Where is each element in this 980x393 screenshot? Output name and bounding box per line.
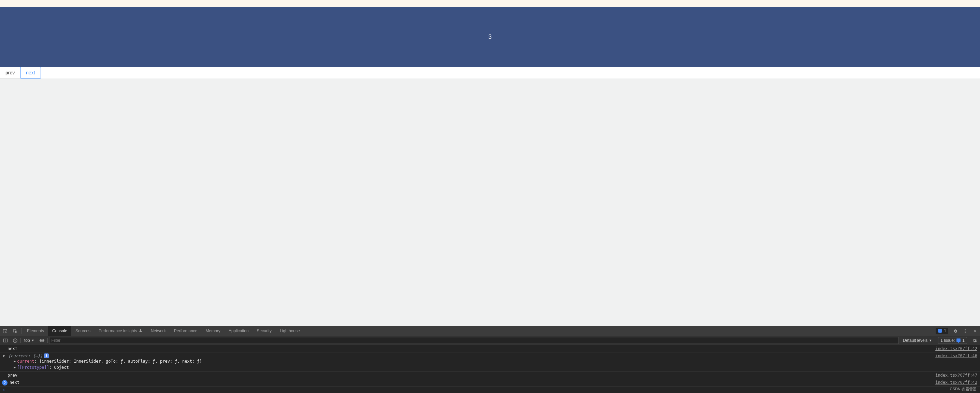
flask-icon: [138, 329, 143, 334]
divider: [21, 328, 22, 334]
tab-performance[interactable]: Performance: [170, 326, 202, 336]
svg-point-2: [965, 332, 966, 333]
console-output: next index.tsx?07ff:42 ▼ {current: {…}} …: [0, 345, 980, 393]
page-blank-area: [0, 78, 980, 326]
object-property-value: Object: [54, 364, 68, 371]
object-property-key: current: [17, 358, 35, 364]
svg-line-4: [14, 339, 16, 342]
log-level-label: Default levels: [903, 338, 928, 343]
tab-network[interactable]: Network: [147, 326, 170, 336]
svg-point-1: [965, 331, 966, 332]
top-notice-bar: [0, 0, 980, 7]
svg-point-0: [965, 329, 966, 330]
next-button[interactable]: next: [20, 67, 41, 78]
log-level-selector[interactable]: Default levels ▼: [900, 338, 935, 343]
console-count-row[interactable]: 2 next index.tsx?07ff:42: [0, 379, 980, 387]
tab-sources[interactable]: Sources: [71, 326, 94, 336]
sidebar-toggle-icon[interactable]: [2, 336, 10, 345]
source-link[interactable]: index.tsx?07ff:46: [935, 353, 977, 371]
watermark: CSDN @霜雪遥: [950, 387, 977, 391]
device-toggle-icon[interactable]: [10, 326, 20, 336]
console-settings-icon[interactable]: [970, 336, 978, 345]
context-selector-label: top: [24, 338, 30, 343]
source-link[interactable]: index.tsx?07ff:47: [935, 373, 977, 378]
live-expression-icon[interactable]: [38, 336, 46, 345]
gear-icon[interactable]: [950, 326, 960, 336]
divider: [21, 338, 21, 343]
divider: [48, 338, 48, 343]
chevron-down-icon: ▼: [32, 339, 35, 342]
disclosure-triangle-icon[interactable]: ▶: [14, 364, 17, 371]
prompt-chevron-icon: ›: [3, 388, 5, 392]
console-prompt[interactable]: ›: [0, 387, 980, 393]
log-message: next: [8, 346, 935, 351]
object-summary: {current: {…}}: [8, 353, 43, 358]
tab-elements[interactable]: Elements: [23, 326, 48, 336]
devtools-tabs: Elements Console Sources Performance ins…: [0, 326, 980, 336]
prev-button[interactable]: prev: [0, 67, 21, 78]
carousel-slide: 3: [0, 7, 980, 67]
tab-performance-insights[interactable]: Performance insights: [94, 326, 147, 336]
tab-memory[interactable]: Memory: [202, 326, 224, 336]
console-toolbar: top ▼ Default levels ▼ 1 Issue: 1: [0, 336, 980, 345]
repeat-count-badge: 2: [2, 380, 8, 385]
console-log-row[interactable]: prev index.tsx?07ff:47: [0, 372, 980, 379]
object-property-value: {innerSlider: InnerSlider, goTo: ƒ, auto…: [39, 358, 202, 364]
object-property-key: [[Prototype]]: [17, 364, 49, 371]
tab-security[interactable]: Security: [253, 326, 276, 336]
source-link[interactable]: index.tsx?07ff:42: [935, 380, 977, 385]
filter-input[interactable]: [49, 337, 899, 344]
log-message: prev: [8, 373, 935, 378]
console-log-row[interactable]: next index.tsx?07ff:42: [0, 345, 980, 352]
inspect-icon[interactable]: [0, 326, 10, 336]
chevron-down-icon: ▼: [929, 339, 932, 342]
disclosure-triangle-icon[interactable]: ▶: [14, 358, 17, 364]
issues-indicator[interactable]: 1: [935, 328, 948, 334]
tab-console[interactable]: Console: [48, 326, 71, 336]
kebab-menu-icon[interactable]: [960, 326, 970, 336]
issues-label: 1 Issue:: [940, 338, 955, 343]
disclosure-triangle-icon[interactable]: ▼: [3, 354, 6, 358]
button-row: prev next: [0, 67, 980, 78]
source-link[interactable]: index.tsx?07ff:42: [935, 346, 977, 351]
tab-performance-insights-label: Performance insights: [99, 329, 137, 333]
carousel-slide-value: 3: [488, 33, 492, 41]
console-object-row[interactable]: ▼ {current: {…}} i ▶ current: {innerSlid…: [0, 352, 980, 372]
clear-console-icon[interactable]: [11, 336, 19, 345]
object-expanded: ▶ current: {innerSlider: InnerSlider, go…: [8, 358, 935, 371]
devtools-panel: Elements Console Sources Performance ins…: [0, 326, 980, 393]
issues-counter[interactable]: 1 Issue: 1: [938, 337, 967, 344]
context-selector[interactable]: top ▼: [22, 338, 37, 343]
log-message: next: [10, 380, 935, 385]
issues-indicator-count: 1: [944, 329, 946, 333]
close-icon[interactable]: [970, 326, 980, 336]
info-icon[interactable]: i: [44, 353, 49, 358]
tab-lighthouse[interactable]: Lighthouse: [276, 326, 304, 336]
issues-count: 1: [962, 338, 965, 343]
tab-application[interactable]: Application: [224, 326, 253, 336]
